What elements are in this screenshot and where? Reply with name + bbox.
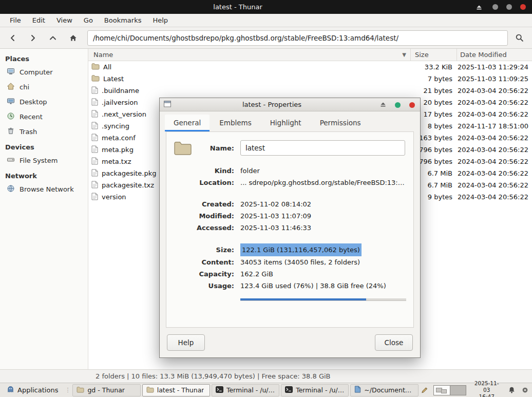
workspace-switcher[interactable] xyxy=(433,385,466,395)
file-name: packagesite.txz xyxy=(102,181,154,189)
recent-icon xyxy=(7,112,15,122)
menu-go[interactable]: Go xyxy=(78,14,99,27)
file-modified: 2025-11-03 11:29:24 xyxy=(457,63,532,71)
minimize-button[interactable] xyxy=(492,4,498,10)
file-modified: 2024-03-04 20:56:22 xyxy=(457,110,532,118)
taskbar-window-documents[interactable]: ~/Documents/... xyxy=(350,384,418,396)
file-icon xyxy=(91,145,98,155)
field-usage: Usage: 123.4 GiB used (76%) | 38.8 GiB f… xyxy=(174,280,406,292)
column-label: Name xyxy=(93,51,113,59)
file-size: 7 bytes xyxy=(411,75,457,83)
eject-icon[interactable] xyxy=(474,2,484,13)
ghost-logo-icon xyxy=(7,386,14,395)
notification-bell-icon[interactable] xyxy=(507,385,517,396)
menu-help[interactable]: Help xyxy=(147,14,174,27)
sidebar-item-recent[interactable]: Recent xyxy=(0,109,88,124)
shade-icon[interactable] xyxy=(380,101,386,109)
field-value-selected: 122.1 GiB (131,116,457,062 bytes) xyxy=(240,243,362,256)
menu-view[interactable]: View xyxy=(51,14,78,27)
sidebar-item-filesystem[interactable]: File System xyxy=(0,153,88,168)
file-modified: 2024-03-04 20:56:22 xyxy=(457,181,532,189)
desktop-screen: latest - Thunar File Edit View Go Bookma… xyxy=(0,0,532,397)
workspace-other[interactable] xyxy=(450,386,466,395)
menubar: File Edit View Go Bookmarks Help xyxy=(0,14,532,27)
clock[interactable]: 2025-11-03 16:47 xyxy=(470,380,503,397)
field-location: Location: ... sdrepo/pkg.ghostbsd.org/st… xyxy=(174,177,406,188)
file-icon xyxy=(91,181,98,190)
spacer xyxy=(174,298,234,301)
applications-menu-button[interactable]: Applications xyxy=(2,384,63,396)
file-name: .buildname xyxy=(102,87,139,94)
sidebar-section-places: Places xyxy=(0,51,88,65)
dialog-titlebar[interactable]: latest - Properties xyxy=(160,98,420,111)
file-name: version xyxy=(102,193,126,201)
file-modified: 2024-03-04 20:56:22 xyxy=(457,193,532,201)
properties-dialog: latest - Properties General Emblems High… xyxy=(159,98,421,358)
taskbar: Applications ⋮ gd - Thunar latest - Thun… xyxy=(0,383,532,397)
sidebar-item-computer[interactable]: Computer xyxy=(0,65,88,80)
taskbar-window-terminal-2[interactable]: Terminal - /u/h/... xyxy=(281,384,349,396)
sidebar-item-label: Computer xyxy=(20,68,53,76)
field-value: 2025-11-03 11:07:09 xyxy=(240,210,311,222)
taskbar-window-terminal-1[interactable]: Terminal - /u/h/... xyxy=(212,384,279,396)
sidebar-item-browse-network[interactable]: Browse Network xyxy=(0,182,88,197)
sort-indicator-icon[interactable]: ▼ xyxy=(402,52,406,58)
file-name: All xyxy=(103,63,111,71)
taskbar-window-label: gd - Thunar xyxy=(87,386,125,394)
field-label: Capacity: xyxy=(174,268,234,280)
dialog-general-page: Name: Kind: folder Location: ... sdrepo/… xyxy=(166,131,414,328)
sidebar-item-desktop[interactable]: Desktop xyxy=(0,94,88,109)
sidebar-section-network: Network xyxy=(0,168,88,182)
back-button[interactable] xyxy=(4,30,22,46)
tab-permissions[interactable]: Permissions xyxy=(311,115,370,131)
close-button[interactable]: Close xyxy=(375,334,413,351)
taskbar-window-latest-thunar[interactable]: latest - Thunar xyxy=(142,384,210,396)
usage-progress-fill xyxy=(240,298,366,300)
help-button[interactable]: Help xyxy=(167,334,205,351)
name-label: Name: xyxy=(196,144,234,152)
column-header-modified[interactable]: Date Modified xyxy=(457,49,532,61)
file-name: Latest xyxy=(103,75,124,83)
name-input[interactable] xyxy=(240,140,405,156)
tab-highlight[interactable]: Highlight xyxy=(261,115,310,131)
tab-general[interactable]: General xyxy=(165,115,210,131)
forward-button[interactable] xyxy=(24,30,42,46)
up-button[interactable] xyxy=(44,30,62,46)
applications-label: Applications xyxy=(17,386,58,394)
sidebar-item-home[interactable]: chi xyxy=(0,80,88,94)
sidebar-item-trash[interactable]: Trash xyxy=(0,124,88,139)
file-row[interactable]: .buildname 21 bytes 2024-03-04 20:56:22 xyxy=(88,85,532,97)
file-row[interactable]: Latest 7 bytes 2025-11-03 11:09:25 xyxy=(88,73,532,85)
name-row: Name: xyxy=(174,140,406,156)
maximize-button[interactable] xyxy=(506,4,512,10)
field-label: Kind: xyxy=(174,165,234,177)
close-button[interactable] xyxy=(409,102,415,108)
menu-file[interactable]: File xyxy=(4,14,27,27)
taskbar-window-label: ~/Documents/... xyxy=(364,386,414,394)
home-button[interactable] xyxy=(64,30,82,46)
notes-pencil-icon[interactable] xyxy=(420,385,429,396)
menu-bookmarks[interactable]: Bookmarks xyxy=(99,14,147,27)
search-icon[interactable] xyxy=(510,30,528,46)
taskbar-separator: ⋮ xyxy=(64,387,71,393)
statusbar-text: 2 folders | 10 files: 13.3 MiB (13,949,4… xyxy=(96,372,331,380)
menu-edit[interactable]: Edit xyxy=(27,14,51,27)
folder-icon xyxy=(91,74,100,83)
close-button[interactable] xyxy=(520,4,526,10)
folder-icon xyxy=(174,140,192,156)
maximize-button[interactable] xyxy=(395,102,401,108)
column-header-name[interactable]: Name ▼ xyxy=(88,49,411,61)
field-label: Content: xyxy=(174,256,234,268)
file-icon xyxy=(91,98,98,107)
tab-emblems[interactable]: Emblems xyxy=(211,115,260,131)
file-row[interactable]: All 33.2 KiB 2025-11-03 11:29:24 xyxy=(88,61,532,73)
usage-progress-bar xyxy=(240,298,406,301)
file-name: meta.conf xyxy=(102,134,136,142)
column-header-size[interactable]: Size xyxy=(411,49,457,61)
workspace-current[interactable] xyxy=(434,386,450,395)
taskbar-window-gd-thunar[interactable]: gd - Thunar xyxy=(72,384,140,396)
path-input[interactable] xyxy=(87,30,508,46)
status-tray-icon[interactable] xyxy=(521,385,530,396)
taskbar-window-label: latest - Thunar xyxy=(157,386,204,394)
column-label: Size xyxy=(415,51,429,59)
